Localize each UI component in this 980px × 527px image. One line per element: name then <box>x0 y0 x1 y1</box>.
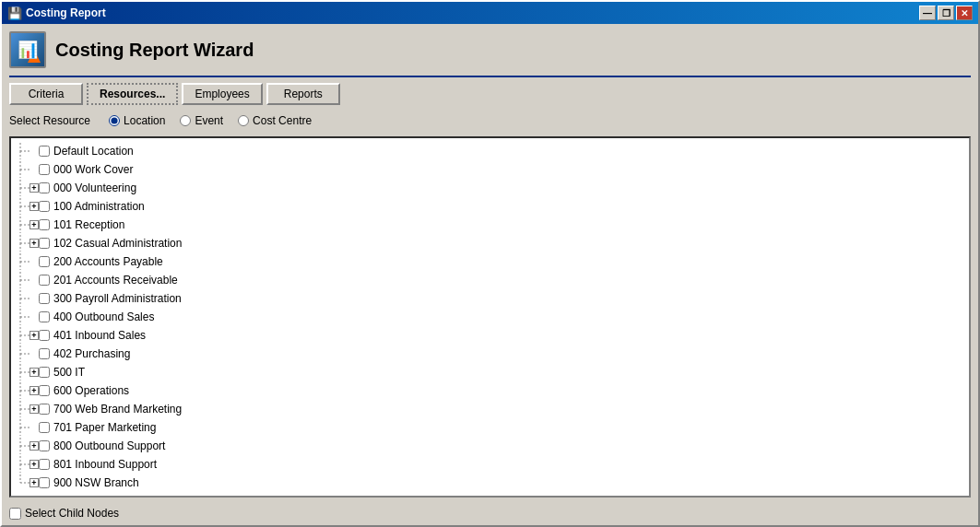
tree-view[interactable]: Default Location 000 Work Cover +000 Vol… <box>9 136 971 498</box>
tree-expand-button[interactable]: + <box>30 183 39 193</box>
tree-item-checkbox[interactable] <box>39 238 50 249</box>
tree-line <box>11 309 30 325</box>
tree-item-checkbox[interactable] <box>39 275 50 286</box>
tree-list: Default Location 000 Work Cover +000 Vol… <box>11 138 969 496</box>
tab-employees[interactable]: Employees <box>182 83 262 105</box>
tree-item-label: 900 NSW Branch <box>53 474 139 491</box>
tab-bar: Criteria Resources... Employees Reports <box>9 83 971 105</box>
tree-expand-button[interactable]: + <box>30 202 39 211</box>
window-title: Costing Report <box>26 6 106 19</box>
tab-reports[interactable]: Reports <box>266 83 340 105</box>
select-child-nodes-checkbox[interactable] <box>9 508 21 520</box>
radio-cost-centre[interactable]: Cost Centre <box>238 114 312 127</box>
tree-connector <box>11 382 30 399</box>
tree-expand-button[interactable]: + <box>30 404 39 414</box>
tree-item-checkbox[interactable] <box>39 219 50 230</box>
radio-location[interactable]: Location <box>109 114 165 127</box>
close-title-button[interactable]: ✕ <box>956 6 973 20</box>
tree-line <box>11 419 30 436</box>
tree-expand-button[interactable]: + <box>30 460 39 469</box>
select-child-nodes-option[interactable]: Select Child Nodes <box>9 507 119 520</box>
radio-event[interactable]: Event <box>180 114 223 127</box>
tree-item-label: Default Location <box>53 143 134 159</box>
title-bar: 💾 Costing Report — ❐ ✕ <box>2 2 978 24</box>
tree-item-checkbox[interactable] <box>39 404 50 415</box>
tree-item: +100 Administration <box>11 197 969 216</box>
tree-connector <box>11 401 30 417</box>
tree-line <box>11 345 30 362</box>
tree-item: 701 Paper Marketing <box>11 418 969 437</box>
tree-item: 200 Accounts Payable <box>11 252 969 271</box>
tree-line <box>11 143 30 159</box>
tree-item-checkbox[interactable] <box>39 385 50 396</box>
tree-connector <box>11 327 30 344</box>
tree-connector <box>11 217 30 233</box>
tree-item: +700 Web Brand Marketing <box>11 400 969 418</box>
tree-item-checkbox[interactable] <box>39 422 50 433</box>
tree-item-checkbox[interactable] <box>39 164 50 175</box>
tree-item-label: 000 Work Cover <box>53 161 133 178</box>
tree-line <box>11 161 30 178</box>
tree-item-checkbox[interactable] <box>39 201 50 212</box>
tree-connector <box>11 198 30 215</box>
tree-item: 402 Purchasing <box>11 345 969 363</box>
tree-connector <box>11 309 30 325</box>
tree-connector <box>11 290 30 307</box>
tree-item-label: 701 Paper Marketing <box>53 419 156 436</box>
tab-resources[interactable]: Resources... <box>87 83 178 105</box>
select-child-nodes-label: Select Child Nodes <box>25 507 119 520</box>
tree-item-checkbox[interactable] <box>39 182 50 193</box>
tree-connector <box>11 235 30 252</box>
tree-item: +600 Operations <box>11 381 969 400</box>
tree-item: +800 Outbound Support <box>11 437 969 455</box>
tree-item-label: 201 Accounts Receivable <box>53 272 178 288</box>
tree-item: +801 Inbound Support <box>11 455 969 474</box>
title-bar-controls: — ❐ ✕ <box>919 6 973 20</box>
tree-item-checkbox[interactable] <box>39 293 50 304</box>
tree-item-label: 401 Inbound Sales <box>53 327 146 344</box>
restore-button[interactable]: ❐ <box>938 6 954 20</box>
tree-item-label: 300 Payroll Administration <box>53 290 182 307</box>
tree-item-checkbox[interactable] <box>39 367 50 378</box>
tree-connector <box>11 456 30 473</box>
tree-line <box>11 235 30 252</box>
wizard-header: 📊 Costing Report Wizard <box>9 31 971 77</box>
tree-line <box>11 382 30 399</box>
tree-item: +401 Inbound Sales <box>11 326 969 345</box>
tree-expand-button[interactable]: + <box>30 368 39 377</box>
tree-line <box>11 401 30 417</box>
tree-expand-button[interactable]: + <box>30 386 39 395</box>
tree-line <box>11 217 30 233</box>
minimize-button[interactable]: — <box>919 6 936 20</box>
tree-item-label: 600 Operations <box>53 382 129 399</box>
tree-expand-button[interactable]: + <box>30 331 39 340</box>
main-window: 💾 Costing Report — ❐ ✕ 📊 Costing Report … <box>0 0 980 527</box>
tree-item-checkbox[interactable] <box>39 459 50 470</box>
tree-item: 201 Accounts Receivable <box>11 271 969 289</box>
tree-item-checkbox[interactable] <box>39 348 50 359</box>
tree-item-checkbox[interactable] <box>39 311 50 322</box>
tree-item: 400 Outbound Sales <box>11 308 969 326</box>
tree-item: +000 Volunteering <box>11 179 969 197</box>
tree-item-label: 102 Casual Administration <box>53 235 182 252</box>
tab-criteria[interactable]: Criteria <box>9 83 83 105</box>
tree-item-checkbox[interactable] <box>39 477 50 488</box>
tree-expand-button[interactable]: + <box>30 220 39 229</box>
tree-expand-button[interactable]: + <box>30 441 39 451</box>
tree-item-checkbox[interactable] <box>39 330 50 341</box>
radio-event-label: Event <box>195 114 223 127</box>
tree-connector <box>11 474 30 491</box>
tree-item-label: 101 Reception <box>53 217 124 233</box>
tree-expand-button[interactable]: + <box>30 478 39 487</box>
tree-item-label: 500 IT <box>53 364 85 381</box>
tree-connector <box>11 143 30 159</box>
tree-item-checkbox[interactable] <box>39 146 50 157</box>
tree-item-checkbox[interactable] <box>39 440 50 451</box>
tree-connector <box>11 161 30 178</box>
tree-item-label: 400 Outbound Sales <box>53 309 154 325</box>
tree-item: +900 NSW Branch <box>11 474 969 492</box>
tree-line <box>11 364 30 381</box>
tree-expand-button[interactable]: + <box>30 239 39 248</box>
tree-item-checkbox[interactable] <box>39 256 50 267</box>
tree-item-label: 402 Purchasing <box>53 345 130 362</box>
